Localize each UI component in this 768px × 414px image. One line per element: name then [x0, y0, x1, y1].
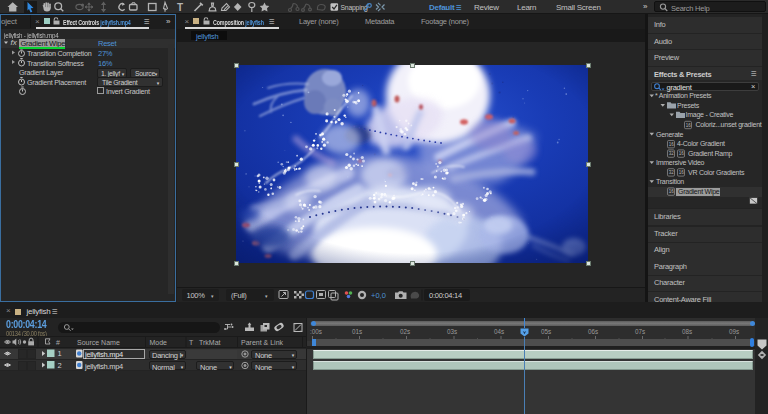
- svg-text:T: T: [177, 2, 183, 13]
- svg-text:T: T: [189, 339, 194, 346]
- svg-text:01s: 01s: [352, 328, 362, 335]
- svg-text:2: 2: [58, 361, 62, 370]
- svg-text:Parent & Link: Parent & Link: [241, 339, 284, 346]
- svg-text:09s: 09s: [729, 328, 739, 335]
- svg-text:32: 32: [669, 170, 675, 175]
- svg-text:fx: fx: [11, 38, 18, 47]
- svg-text:16: 16: [669, 142, 675, 147]
- svg-text:16: 16: [679, 170, 685, 175]
- svg-text:03s: 03s: [447, 328, 457, 335]
- svg-text:04s: 04s: [494, 328, 504, 335]
- svg-text:Mode: Mode: [150, 339, 168, 346]
- svg-text:TrkMat: TrkMat: [199, 339, 221, 346]
- svg-text:#: #: [56, 339, 60, 346]
- svg-text:1: 1: [58, 349, 62, 358]
- svg-text:08s: 08s: [682, 328, 692, 335]
- svg-text::00s: :00s: [310, 328, 322, 335]
- svg-text:16: 16: [669, 189, 675, 194]
- svg-text:05s: 05s: [541, 328, 551, 335]
- svg-text:32: 32: [669, 151, 675, 156]
- svg-text:Source Name: Source Name: [77, 339, 120, 346]
- svg-text:16: 16: [686, 123, 692, 128]
- svg-text:16: 16: [679, 151, 685, 156]
- svg-text:+0,0: +0,0: [371, 291, 386, 300]
- svg-text:07s: 07s: [635, 328, 645, 335]
- svg-text:02s: 02s: [400, 328, 410, 335]
- svg-text:06s: 06s: [588, 328, 598, 335]
